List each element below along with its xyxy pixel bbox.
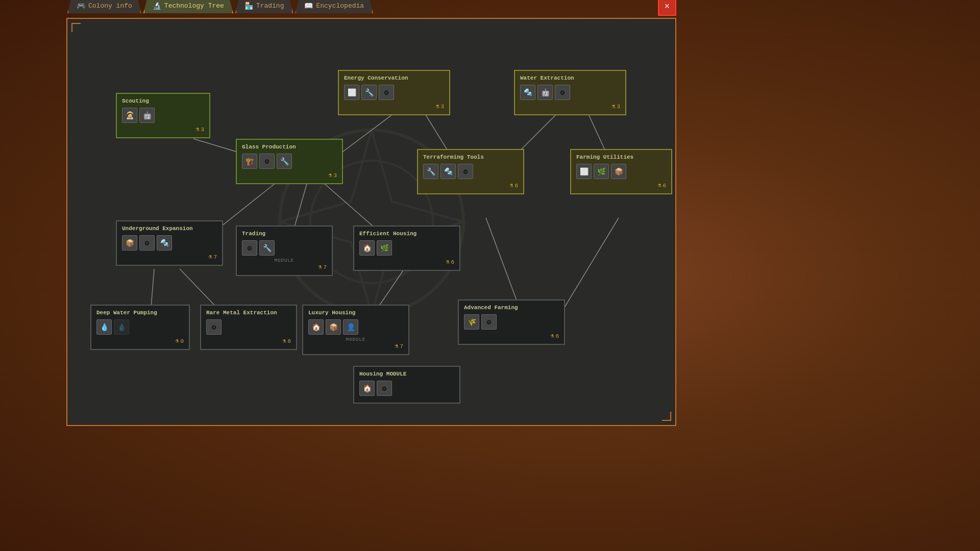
- node-housing-module[interactable]: Housing MODULE 🏠 ⚙️: [353, 366, 460, 404]
- adv-farm-icon-1: 🌾: [464, 314, 479, 330]
- content-area: Scouting 🧑‍🚀 🤖 ⚗️ 3 Energy Conservation …: [67, 19, 675, 425]
- scouting-icon-2: 🤖: [139, 108, 155, 123]
- node-water-extraction[interactable]: Water Extraction 🔩 🤖 ⚙️ ⚗️ 3: [514, 70, 626, 115]
- farm-util-cost-icon: ⚗️: [657, 182, 661, 189]
- farm-util-icon-3: 📦: [611, 164, 626, 179]
- lux-cost-icon: ⚗️: [395, 342, 398, 350]
- tab-colony-info[interactable]: 🎮 Colony info: [67, 0, 141, 13]
- close-button[interactable]: ×: [658, 0, 676, 16]
- luxury-housing-cost: ⚗️ 7: [308, 342, 403, 350]
- farming-utilities-icons: ⬜ 🌿 📦: [576, 163, 666, 180]
- hm-icon-2: ⚙️: [377, 381, 392, 396]
- energy-icon-3: ⚙️: [379, 85, 394, 100]
- node-luxury-housing[interactable]: Luxury Housing 🏠 📦 👤 MODULE ⚗️ 7: [302, 305, 409, 355]
- ug-icon-2: ⚙️: [139, 235, 155, 251]
- farming-utilities-title: Farming Utilities: [576, 154, 666, 160]
- terra-icon-1: 🔧: [423, 164, 438, 179]
- terra-icon-3: ⚙️: [458, 164, 473, 179]
- lux-icon-2: 📦: [326, 319, 341, 335]
- adv-farm-cost-icon: ⚗️: [550, 332, 554, 340]
- energy-icon-1: ⬜: [344, 85, 359, 100]
- scouting-cost: ⚗️ 3: [122, 126, 204, 133]
- water-cost-icon: ⚗️: [611, 103, 615, 110]
- scouting-title: Scouting: [122, 98, 204, 104]
- underground-expansion-cost: ⚗️ 7: [122, 253, 217, 261]
- colony-info-icon: 🎮: [77, 2, 85, 10]
- corner-decoration-tl: [71, 23, 81, 32]
- housing-module-icons: 🏠 ⚙️: [359, 380, 454, 396]
- rme-cost-icon: ⚗️: [282, 337, 286, 345]
- tech-tree-icon: 🔬: [153, 2, 161, 10]
- glass-production-icons: 🏗️ ⚙️ 🔧: [242, 153, 337, 169]
- water-icon-1: 🔩: [520, 85, 535, 100]
- node-rare-metal-extraction[interactable]: Rare Metal Extraction ⚙️ ⚗️ 6: [200, 305, 297, 350]
- advanced-farming-icons: 🌾 ⚙️: [464, 314, 559, 330]
- corner-decoration-br: [662, 412, 671, 421]
- water-cost: ⚗️ 3: [520, 103, 620, 110]
- eff-housing-icon-1: 🏠: [359, 240, 375, 256]
- node-scouting[interactable]: Scouting 🧑‍🚀 🤖 ⚗️ 3: [116, 93, 210, 138]
- tab-encyclopedia[interactable]: 📖 Encyclopedia: [295, 0, 373, 13]
- glass-production-title: Glass Production: [242, 144, 337, 150]
- advanced-farming-title: Advanced Farming: [464, 305, 559, 311]
- trading-icons: ⚙️ 🔧: [242, 240, 327, 256]
- trading-cost-icon: ⚗️: [318, 263, 322, 271]
- trading-node-title: Trading: [242, 231, 327, 237]
- node-deep-water-pumping[interactable]: Deep Water Pumping 💧 💧 ⚗️ 0: [90, 305, 190, 350]
- main-window: 🎮 Colony info 🔬 Technology Tree 🏪 Tradin…: [66, 18, 676, 426]
- node-trading[interactable]: Trading ⚙️ 🔧 MODULE ⚗️ 7: [236, 226, 333, 276]
- encyclopedia-icon: 📖: [304, 2, 313, 10]
- water-icon-2: 🤖: [537, 85, 553, 100]
- eff-housing-icon-2: 🌿: [377, 240, 392, 256]
- trading-module-label: MODULE: [242, 258, 327, 263]
- glass-icon-1: 🏗️: [242, 154, 257, 169]
- glass-cost-icon: ⚗️: [328, 171, 332, 179]
- deep-water-pumping-icons: 💧 💧: [96, 319, 184, 335]
- eff-housing-cost-icon: ⚗️: [446, 258, 449, 266]
- adv-farm-icon-2: ⚙️: [481, 314, 497, 330]
- dwp-icon-1: 💧: [96, 319, 112, 335]
- efficient-housing-title: Efficient Housing: [359, 231, 454, 237]
- rare-metal-extraction-icons: ⚙️: [206, 319, 291, 335]
- water-icon-3: ⚙️: [555, 85, 570, 100]
- tab-technology-tree[interactable]: 🔬 Technology Tree: [143, 0, 233, 13]
- node-terraforming-tools[interactable]: Terraforming Tools 🔧 🔩 ⚙️ ⚗️ 6: [417, 149, 524, 194]
- glass-cost: ⚗️ 3: [242, 171, 337, 179]
- scouting-cost-icon: ⚗️: [195, 126, 199, 133]
- water-extraction-icons: 🔩 🤖 ⚙️: [520, 84, 620, 101]
- node-energy-conservation[interactable]: Energy Conservation ⬜ 🔧 ⚙️ ⚗️ 3: [338, 70, 450, 115]
- farm-util-icon-1: ⬜: [576, 164, 592, 179]
- efficient-housing-cost: ⚗️ 6: [359, 258, 454, 266]
- ug-icon-3: 🔩: [157, 235, 172, 251]
- luxury-housing-icons: 🏠 📦 👤: [308, 319, 403, 335]
- terraforming-tools-icons: 🔧 🔩 ⚙️: [423, 163, 518, 180]
- glass-icon-2: ⚙️: [259, 154, 275, 169]
- rme-icon-1: ⚙️: [206, 319, 222, 335]
- deep-water-pumping-title: Deep Water Pumping: [96, 310, 184, 316]
- tab-bar: 🎮 Colony info 🔬 Technology Tree 🏪 Tradin…: [67, 0, 373, 13]
- rare-metal-extraction-title: Rare Metal Extraction: [206, 310, 291, 316]
- deep-water-pumping-cost: ⚗️ 0: [96, 337, 184, 345]
- lux-icon-1: 🏠: [308, 319, 324, 335]
- underground-expansion-title: Underground Expansion: [122, 226, 217, 232]
- node-glass-production[interactable]: Glass Production 🏗️ ⚙️ 🔧 ⚗️ 3: [236, 139, 343, 184]
- glass-icon-3: 🔧: [277, 154, 292, 169]
- ug-icon-1: 📦: [122, 235, 137, 251]
- advanced-farming-cost: ⚗️ 6: [464, 332, 559, 340]
- terraforming-cost: ⚗️ 6: [423, 182, 518, 189]
- terraforming-tools-title: Terraforming Tools: [423, 154, 518, 160]
- node-underground-expansion[interactable]: Underground Expansion 📦 ⚙️ 🔩 ⚗️ 7: [116, 220, 223, 266]
- scouting-icons: 🧑‍🚀 🤖: [122, 107, 204, 123]
- lux-icon-3: 👤: [343, 319, 358, 335]
- node-efficient-housing[interactable]: Efficient Housing 🏠 🌿 ⚗️ 6: [353, 226, 460, 271]
- energy-cost-icon: ⚗️: [435, 103, 439, 110]
- trading-icon: 🏪: [244, 2, 253, 10]
- luxury-housing-title: Luxury Housing: [308, 310, 403, 316]
- energy-cost: ⚗️ 3: [344, 103, 444, 110]
- node-farming-utilities[interactable]: Farming Utilities ⬜ 🌿 📦 ⚗️ 6: [570, 149, 672, 194]
- farming-utilities-cost: ⚗️ 6: [576, 182, 666, 189]
- tab-trading[interactable]: 🏪 Trading: [235, 0, 293, 13]
- terra-icon-2: 🔩: [440, 164, 456, 179]
- node-advanced-farming[interactable]: Advanced Farming 🌾 ⚙️ ⚗️ 6: [458, 299, 565, 345]
- dwp-cost-icon: ⚗️: [175, 337, 179, 345]
